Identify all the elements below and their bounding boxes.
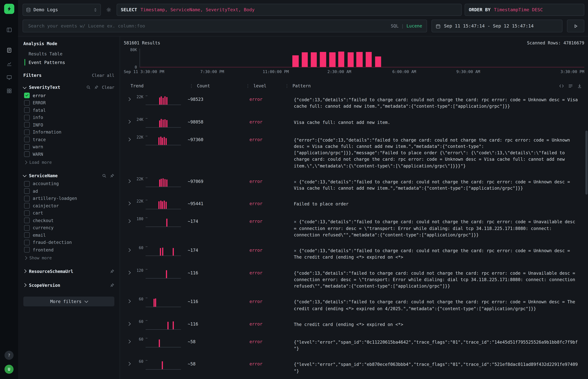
row-expand-icon[interactable] [124,136,134,141]
row-expand-icon[interactable] [124,177,134,182]
scrollbar[interactable] [585,131,588,378]
row-expand-icon[interactable] [124,95,134,100]
checkbox[interactable] [24,122,30,128]
table-row[interactable]: 60~58error{"level":"error","span_id":"6b… [124,378,584,379]
analysis-mode-event-patterns[interactable]: Event Patterns [23,58,114,67]
logs-nav-icon[interactable] [4,45,14,55]
load-more-button[interactable]: Load more [23,159,114,166]
filter-group-header[interactable]: ServiceName [23,171,114,180]
filter-option-fraud-detection[interactable]: fraud-detection [23,239,114,246]
histogram-bar[interactable] [320,52,326,67]
table-row[interactable]: 22K~95441errorFailed to place order [124,195,584,213]
filter-option-artillery-loadgen[interactable]: artillery-loadgen [23,195,114,202]
filter-option-email[interactable]: email [23,231,114,239]
checkbox[interactable] [24,151,30,157]
time-range-picker[interactable]: Sep 11 15:47:14 - Sep 12 15:47:14 [432,20,562,32]
orderby-input[interactable]: ORDER BYTimestampTime DESC [464,4,584,16]
view-code-icon[interactable] [559,83,564,88]
checkbox[interactable] [24,129,30,135]
checkbox[interactable] [24,115,30,120]
analysis-mode-results-table[interactable]: Results Table [23,49,114,58]
download-icon[interactable] [577,83,582,88]
checkbox[interactable] [24,210,30,216]
row-expand-icon[interactable] [124,247,134,251]
filter-option-ERROR[interactable]: ERROR [23,99,114,107]
user-avatar[interactable]: U [4,365,14,374]
search-icon[interactable] [102,173,107,178]
histogram-bar[interactable] [338,52,344,67]
checkbox[interactable] [24,218,30,223]
more-filters-button[interactable]: More filters [23,297,114,306]
filter-option-info[interactable]: info [23,114,114,121]
table-row[interactable]: 60~116errorThe credit card (ending <*> e… [124,315,584,333]
clear-all-button[interactable]: Clear all [92,73,114,78]
column-resize-handle[interactable]: ⋮ [189,83,194,88]
column-resize-handle[interactable]: ⋮ [285,83,289,88]
app-logo[interactable] [4,4,14,14]
gear-icon[interactable] [104,4,114,15]
dashboard-nav-icon[interactable] [4,85,14,96]
show-more-button[interactable]: Show more [23,254,114,262]
table-row[interactable]: 22K~97360error{"error":{"code":13,"detai… [124,131,584,173]
histogram-bar[interactable] [302,52,308,67]
table-row[interactable]: 180~174error×{"code":13,"details":"faile… [124,213,584,242]
search-input[interactable] [28,23,387,29]
row-expand-icon[interactable] [124,320,134,325]
pin-icon[interactable] [94,85,99,90]
scrollbar-thumb[interactable] [585,131,588,195]
filter-group-scopeversion[interactable]: ScopeVersion [23,281,114,290]
histogram-bar[interactable] [356,52,363,67]
table-row[interactable]: 60~58error{"level":"error","span_id":"0c… [124,333,584,355]
pin-icon[interactable] [110,173,114,178]
pin-icon[interactable] [110,283,114,287]
select-query-input[interactable]: SELECTTimestamp, ServiceName, SeverityTe… [117,4,462,16]
table-row[interactable]: 22K~98523error{"code":13,"details":"fail… [124,91,584,113]
mode-lucene[interactable]: Lucene [406,23,422,29]
filter-option-WARN[interactable]: WARN [23,150,114,158]
column-resize-handle[interactable]: ⋮ [246,83,250,88]
row-expand-icon[interactable] [124,200,134,205]
column-header-pattern[interactable]: ⋮Pattern [285,83,559,88]
checkbox[interactable] [24,188,30,194]
table-row[interactable]: 60~174error×{"code":13,"details":"failed… [124,242,584,264]
source-selector[interactable]: Demo Logs [23,4,101,16]
histogram-bar[interactable] [366,52,372,67]
row-expand-icon[interactable] [124,338,134,343]
checkbox[interactable] [24,240,30,245]
histogram-bar[interactable] [347,52,354,67]
filter-group-header[interactable]: SeverityText Clear [23,83,114,92]
mode-sql[interactable]: SQL [391,23,399,29]
help-button[interactable]: ? [4,351,14,360]
monitor-nav-icon[interactable] [4,72,14,82]
filter-option-fatal[interactable]: fatal [23,107,114,114]
row-expand-icon[interactable] [124,360,134,365]
row-expand-icon[interactable] [124,118,134,123]
checkbox[interactable] [24,232,30,238]
row-expand-icon[interactable] [124,298,134,303]
filter-option-accounting[interactable]: accounting [23,180,114,188]
sidebar-toggle-icon[interactable] [4,24,14,35]
exclude-icon[interactable]: × [294,179,296,184]
checkbox[interactable] [24,247,30,253]
table-row[interactable]: 22K~97069error×{"code":13,"details":"fai… [124,173,584,195]
filter-option-error[interactable]: error [23,92,114,99]
filter-option-cainjector[interactable]: cainjector [23,202,114,209]
row-expand-icon[interactable] [124,269,134,274]
filter-option-trace[interactable]: trace [23,136,114,143]
column-header-level[interactable]: ⋮level [246,83,285,88]
histogram-bar[interactable] [310,52,317,67]
chart-nav-icon[interactable] [4,58,14,69]
row-expand-icon[interactable] [124,218,134,222]
filter-option-INFO[interactable]: INFO [23,121,114,128]
run-query-button[interactable] [567,20,584,32]
table-row[interactable]: 120~116error{"code":13,"details":"failed… [124,264,584,293]
table-row[interactable]: 60~58error{"level":"error","span_id":"eb… [124,355,584,378]
histogram-bar[interactable] [375,56,381,67]
table-row[interactable]: 24K~98058errorVisa cache full: cannot ad… [124,113,584,131]
row-density-icon[interactable] [568,83,573,88]
checkbox[interactable] [24,144,30,150]
filter-option-checkout[interactable]: checkout [23,217,114,224]
checkbox[interactable] [24,107,30,113]
exclude-icon[interactable]: × [294,248,296,253]
histogram-bar[interactable] [292,56,299,67]
